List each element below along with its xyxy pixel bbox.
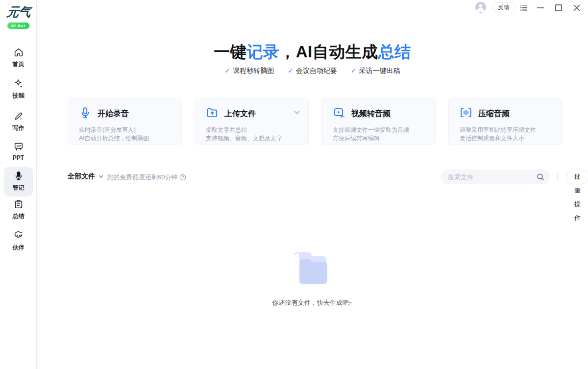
- sidebar: 元气 AI Bot 首页 技能 写作 PPT 智记 总结: [0, 0, 37, 369]
- divider: [557, 173, 558, 181]
- check-icon: ✓: [288, 67, 294, 74]
- empty-message: 你还没有文件，快去生成吧~: [37, 298, 588, 307]
- card-description: 实时录音(区分发言人) AI自动分析总结，绘制脑图: [79, 126, 172, 143]
- search-icon[interactable]: [537, 173, 544, 183]
- card-description: 支持视频文件一键提取为音频 方便后续转写编辑: [333, 126, 426, 143]
- empty-state: 你还没有文件，快去生成吧~: [37, 247, 588, 307]
- card-title: 压缩音频: [478, 109, 510, 119]
- sidebar-item-partner[interactable]: 伙伴: [0, 230, 37, 252]
- sidebar-item-home[interactable]: 首页: [0, 47, 37, 69]
- upload-folder-icon: [206, 106, 219, 121]
- sparkle-icon: [0, 78, 37, 90]
- logo-badge: AI Bot: [7, 23, 30, 29]
- compress-audio-card[interactable]: 压缩音频 调整采用率和比特率压缩文件 灵活控制质量和文件大小: [448, 98, 563, 145]
- app-logo[interactable]: 元气 AI Bot: [0, 4, 37, 29]
- video-to-audio-card[interactable]: 视频转音频 支持视频文件一键提取为音频 方便后续转写编辑: [321, 98, 436, 145]
- start-recording-card[interactable]: 开始录音 实时录音(区分发言人) AI自动分析总结，绘制脑图: [68, 98, 182, 145]
- sidebar-item-skills[interactable]: 技能: [0, 78, 37, 100]
- card-description: 提取文字并总结 支持视频、音频、文档及文字: [206, 126, 299, 143]
- sidebar-item-notes-active[interactable]: 智记: [4, 167, 33, 197]
- close-button[interactable]: [572, 3, 581, 12]
- maximize-button[interactable]: [554, 3, 563, 12]
- compress-audio-icon: [460, 106, 472, 121]
- list-menu-icon[interactable]: [519, 3, 528, 12]
- clipboard-icon: [0, 199, 37, 211]
- all-files-dropdown[interactable]: 全部文件: [68, 172, 104, 181]
- free-quota-text: 您的免费额度还剩60分钟: [107, 173, 186, 182]
- feature-item: ✓会议自动纪要: [288, 67, 337, 75]
- sidebar-item-writing[interactable]: 写作: [0, 111, 37, 132]
- chevron-down-icon[interactable]: [294, 109, 300, 118]
- batch-operation-button[interactable]: 批量操作: [566, 170, 588, 184]
- minimize-button[interactable]: [536, 3, 545, 12]
- sidebar-item-summary[interactable]: 总结: [0, 199, 37, 221]
- pen-icon: [0, 111, 37, 123]
- feedback-button[interactable]: 反馈: [492, 2, 515, 12]
- feature-item: ✓采访一键出稿: [351, 67, 400, 75]
- search-input[interactable]: [448, 170, 534, 184]
- mic-icon: [79, 106, 92, 121]
- feature-item: ✓课程秒转脑图: [225, 67, 274, 75]
- help-icon[interactable]: [179, 174, 186, 181]
- presentation-icon: [0, 141, 37, 153]
- action-cards: 开始录音 实时录音(区分发言人) AI自动分析总结，绘制脑图 上传文件 提取文字…: [68, 98, 563, 145]
- titlebar: 反馈: [37, 0, 588, 16]
- home-icon: [0, 47, 37, 59]
- file-toolbar: 全部文件 您的免费额度还剩60分钟 批量操作: [68, 170, 563, 184]
- main-content: 一键记录，AI自动生成总结 ✓课程秒转脑图 ✓会议自动纪要 ✓采访一键出稿 开始…: [37, 0, 588, 369]
- feature-list: ✓课程秒转脑图 ✓会议自动纪要 ✓采访一键出稿: [37, 67, 588, 75]
- chevron-down-icon: [98, 173, 104, 179]
- card-title: 开始录音: [98, 109, 129, 119]
- page-title: 一键记录，AI自动生成总结: [37, 41, 588, 63]
- check-icon: ✓: [225, 67, 231, 74]
- logo-text: 元气: [6, 4, 31, 20]
- card-title: 上传文件: [224, 109, 256, 119]
- video-to-audio-icon: [333, 106, 345, 121]
- mic-icon: [4, 171, 33, 182]
- robot-icon: [0, 230, 37, 242]
- upload-file-card[interactable]: 上传文件 提取文字并总结 支持视频、音频、文档及文字: [195, 98, 309, 145]
- card-title: 视频转音频: [351, 109, 391, 119]
- search-box: [441, 170, 550, 184]
- check-icon: ✓: [351, 67, 357, 74]
- card-description: 调整采用率和比特率压缩文件 灵活控制质量和文件大小: [460, 126, 553, 143]
- avatar[interactable]: [475, 2, 486, 13]
- empty-folder-icon: [288, 281, 337, 289]
- sidebar-item-ppt[interactable]: PPT: [0, 141, 37, 161]
